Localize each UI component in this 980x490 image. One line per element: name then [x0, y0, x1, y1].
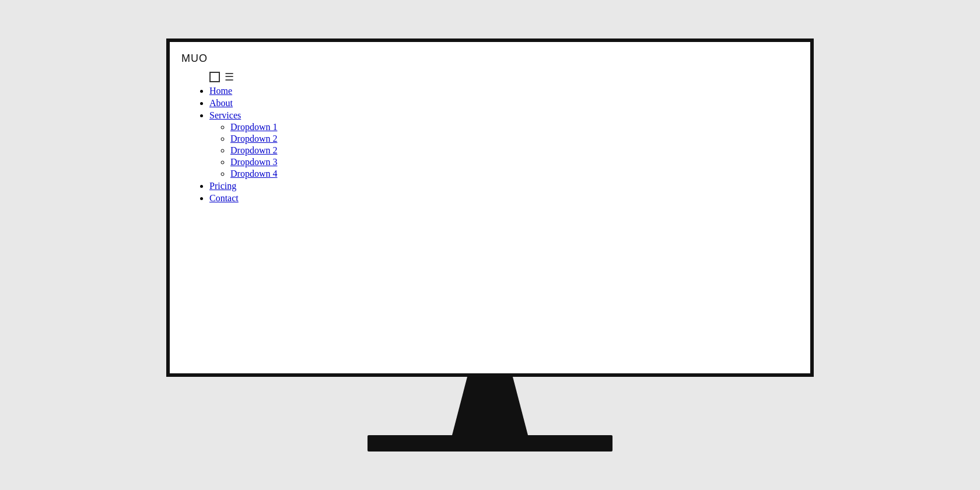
monitor-base	[368, 435, 612, 452]
nav-link-about[interactable]: About	[209, 98, 233, 108]
dropdown-item-1: Dropdown 1	[230, 122, 799, 132]
dropdown-link-1[interactable]: Dropdown 1	[230, 122, 277, 132]
hamburger-icon[interactable]: ☰	[225, 72, 234, 82]
nav-item-contact: Contact	[209, 193, 799, 204]
nav-item-about: About	[209, 98, 799, 108]
nav-list: Home About Services Dropdown 1 Dropdown …	[181, 86, 799, 204]
nav-item-home: Home	[209, 86, 799, 96]
dropdown-link-2a[interactable]: Dropdown 2	[230, 134, 277, 144]
nav-item-pricing: Pricing	[209, 181, 799, 191]
nav-item-services: Services Dropdown 1 Dropdown 2 Dropdown …	[209, 110, 799, 179]
checkbox-icon[interactable]	[209, 72, 220, 82]
dropdown-item-3: Dropdown 3	[230, 157, 799, 167]
site-title: MUO	[181, 52, 799, 65]
dropdown-item-4: Dropdown 4	[230, 169, 799, 179]
dropdown-item-2a: Dropdown 2	[230, 134, 799, 144]
services-dropdown-list: Dropdown 1 Dropdown 2 Dropdown 2 Dropdow…	[209, 122, 799, 179]
monitor-wrapper: MUO ☰ Home About Services Dropdown 1	[166, 38, 814, 452]
monitor-screen: MUO ☰ Home About Services Dropdown 1	[166, 38, 814, 377]
dropdown-link-2b[interactable]: Dropdown 2	[230, 145, 277, 155]
screen-content: MUO ☰ Home About Services Dropdown 1	[170, 42, 810, 216]
dropdown-item-2b: Dropdown 2	[230, 145, 799, 156]
menu-toggle-area: ☰	[209, 72, 799, 82]
dropdown-link-3[interactable]: Dropdown 3	[230, 157, 277, 167]
monitor-neck	[452, 377, 528, 435]
nav-link-pricing[interactable]: Pricing	[209, 181, 236, 191]
nav-link-services[interactable]: Services	[209, 110, 241, 120]
nav-link-contact[interactable]: Contact	[209, 193, 239, 203]
nav-link-home[interactable]: Home	[209, 86, 232, 96]
dropdown-link-4[interactable]: Dropdown 4	[230, 169, 277, 178]
